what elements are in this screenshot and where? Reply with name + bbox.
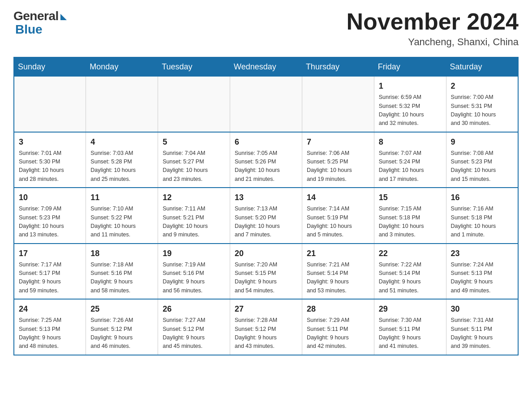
day-info: Sunrise: 7:00 AMSunset: 5:31 PMDaylight:… bbox=[451, 93, 513, 128]
day-number: 13 bbox=[235, 192, 297, 204]
day-info: Sunrise: 7:20 AMSunset: 5:15 PMDaylight:… bbox=[235, 261, 297, 295]
calendar-day-cell bbox=[302, 77, 374, 132]
day-number: 19 bbox=[163, 248, 225, 260]
calendar-day-cell: 12Sunrise: 7:11 AMSunset: 5:21 PMDayligh… bbox=[158, 188, 230, 244]
day-info: Sunrise: 7:22 AMSunset: 5:14 PMDaylight:… bbox=[379, 261, 442, 295]
day-number: 29 bbox=[379, 303, 442, 315]
weekday-header-thursday: Thursday bbox=[302, 57, 374, 77]
calendar-day-cell: 16Sunrise: 7:16 AMSunset: 5:18 PMDayligh… bbox=[446, 188, 518, 244]
calendar-day-cell: 2Sunrise: 7:00 AMSunset: 5:31 PMDaylight… bbox=[446, 77, 518, 132]
day-number: 28 bbox=[307, 303, 369, 315]
day-number: 6 bbox=[235, 136, 297, 148]
calendar-day-cell: 18Sunrise: 7:18 AMSunset: 5:16 PMDayligh… bbox=[86, 244, 158, 300]
calendar-day-cell: 24Sunrise: 7:25 AMSunset: 5:13 PMDayligh… bbox=[14, 299, 86, 355]
calendar-day-cell: 4Sunrise: 7:03 AMSunset: 5:28 PMDaylight… bbox=[86, 132, 158, 188]
calendar-week-row: 10Sunrise: 7:09 AMSunset: 5:23 PMDayligh… bbox=[14, 188, 518, 244]
calendar-day-cell: 11Sunrise: 7:10 AMSunset: 5:22 PMDayligh… bbox=[86, 188, 158, 244]
calendar-week-row: 24Sunrise: 7:25 AMSunset: 5:13 PMDayligh… bbox=[14, 299, 518, 355]
weekday-header-saturday: Saturday bbox=[446, 57, 518, 77]
calendar-day-cell: 8Sunrise: 7:07 AMSunset: 5:24 PMDaylight… bbox=[374, 132, 446, 188]
day-info: Sunrise: 7:01 AMSunset: 5:30 PMDaylight:… bbox=[19, 149, 81, 184]
logo: General Blue bbox=[13, 9, 67, 37]
day-info: Sunrise: 7:08 AMSunset: 5:23 PMDaylight:… bbox=[451, 149, 513, 184]
calendar-day-cell: 29Sunrise: 7:30 AMSunset: 5:11 PMDayligh… bbox=[374, 299, 446, 355]
day-info: Sunrise: 7:21 AMSunset: 5:14 PMDaylight:… bbox=[307, 261, 369, 295]
logo-arrow-icon bbox=[60, 14, 67, 20]
day-number: 14 bbox=[307, 192, 369, 204]
day-number: 18 bbox=[90, 248, 153, 260]
calendar-day-cell: 27Sunrise: 7:28 AMSunset: 5:12 PMDayligh… bbox=[230, 299, 302, 355]
calendar-day-cell: 30Sunrise: 7:31 AMSunset: 5:11 PMDayligh… bbox=[446, 299, 518, 355]
calendar-day-cell: 17Sunrise: 7:17 AMSunset: 5:17 PMDayligh… bbox=[14, 244, 86, 300]
day-number: 1 bbox=[379, 80, 442, 92]
day-number: 30 bbox=[451, 303, 513, 315]
month-title: November 2024 bbox=[347, 9, 519, 34]
calendar-day-cell bbox=[230, 77, 302, 132]
calendar-day-cell bbox=[158, 77, 230, 132]
day-info: Sunrise: 7:30 AMSunset: 5:11 PMDaylight:… bbox=[379, 316, 442, 351]
calendar-table: SundayMondayTuesdayWednesdayThursdayFrid… bbox=[13, 57, 519, 355]
calendar-day-cell: 13Sunrise: 7:13 AMSunset: 5:20 PMDayligh… bbox=[230, 188, 302, 244]
day-number: 4 bbox=[90, 136, 153, 148]
calendar-day-cell: 21Sunrise: 7:21 AMSunset: 5:14 PMDayligh… bbox=[302, 244, 374, 300]
day-info: Sunrise: 7:04 AMSunset: 5:27 PMDaylight:… bbox=[163, 149, 225, 184]
day-number: 9 bbox=[451, 136, 513, 148]
day-info: Sunrise: 7:24 AMSunset: 5:13 PMDaylight:… bbox=[451, 261, 513, 295]
day-info: Sunrise: 6:59 AMSunset: 5:32 PMDaylight:… bbox=[379, 93, 442, 128]
day-number: 5 bbox=[163, 136, 225, 148]
day-number: 15 bbox=[379, 192, 442, 204]
day-info: Sunrise: 7:31 AMSunset: 5:11 PMDaylight:… bbox=[451, 316, 513, 351]
weekday-header-sunday: Sunday bbox=[14, 57, 86, 77]
day-info: Sunrise: 7:14 AMSunset: 5:19 PMDaylight:… bbox=[307, 205, 369, 240]
day-number: 23 bbox=[451, 248, 513, 260]
day-number: 8 bbox=[379, 136, 442, 148]
day-info: Sunrise: 7:18 AMSunset: 5:16 PMDaylight:… bbox=[90, 261, 153, 295]
day-number: 10 bbox=[19, 192, 81, 204]
calendar-week-row: 1Sunrise: 6:59 AMSunset: 5:32 PMDaylight… bbox=[14, 77, 518, 132]
calendar-day-cell: 5Sunrise: 7:04 AMSunset: 5:27 PMDaylight… bbox=[158, 132, 230, 188]
calendar-day-cell: 7Sunrise: 7:06 AMSunset: 5:25 PMDaylight… bbox=[302, 132, 374, 188]
day-info: Sunrise: 7:13 AMSunset: 5:20 PMDaylight:… bbox=[235, 205, 297, 240]
calendar-day-cell: 20Sunrise: 7:20 AMSunset: 5:15 PMDayligh… bbox=[230, 244, 302, 300]
calendar-week-row: 3Sunrise: 7:01 AMSunset: 5:30 PMDaylight… bbox=[14, 132, 518, 188]
day-number: 3 bbox=[19, 136, 81, 148]
calendar-day-cell: 22Sunrise: 7:22 AMSunset: 5:14 PMDayligh… bbox=[374, 244, 446, 300]
day-info: Sunrise: 7:29 AMSunset: 5:11 PMDaylight:… bbox=[307, 316, 369, 351]
day-number: 7 bbox=[307, 136, 369, 148]
day-info: Sunrise: 7:11 AMSunset: 5:21 PMDaylight:… bbox=[163, 205, 225, 240]
day-info: Sunrise: 7:16 AMSunset: 5:18 PMDaylight:… bbox=[451, 205, 513, 240]
day-number: 24 bbox=[19, 303, 81, 315]
weekday-header-monday: Monday bbox=[86, 57, 158, 77]
day-info: Sunrise: 7:28 AMSunset: 5:12 PMDaylight:… bbox=[235, 316, 297, 351]
calendar-day-cell bbox=[14, 77, 86, 132]
day-number: 17 bbox=[19, 248, 81, 260]
header-title-block: November 2024 Yancheng, Shanxi, China bbox=[347, 9, 519, 48]
calendar-day-cell: 23Sunrise: 7:24 AMSunset: 5:13 PMDayligh… bbox=[446, 244, 518, 300]
calendar-week-row: 17Sunrise: 7:17 AMSunset: 5:17 PMDayligh… bbox=[14, 244, 518, 300]
day-number: 2 bbox=[451, 80, 513, 92]
location-subtitle: Yancheng, Shanxi, China bbox=[347, 36, 519, 48]
day-number: 11 bbox=[90, 192, 153, 204]
day-info: Sunrise: 7:27 AMSunset: 5:12 PMDaylight:… bbox=[163, 316, 225, 351]
weekday-header-wednesday: Wednesday bbox=[230, 57, 302, 77]
day-number: 22 bbox=[379, 248, 442, 260]
day-number: 16 bbox=[451, 192, 513, 204]
day-number: 25 bbox=[90, 303, 153, 315]
calendar-day-cell: 15Sunrise: 7:15 AMSunset: 5:18 PMDayligh… bbox=[374, 188, 446, 244]
day-info: Sunrise: 7:17 AMSunset: 5:17 PMDaylight:… bbox=[19, 261, 81, 295]
weekday-header-row: SundayMondayTuesdayWednesdayThursdayFrid… bbox=[14, 57, 518, 77]
day-number: 21 bbox=[307, 248, 369, 260]
calendar-day-cell: 9Sunrise: 7:08 AMSunset: 5:23 PMDaylight… bbox=[446, 132, 518, 188]
day-number: 27 bbox=[235, 303, 297, 315]
day-info: Sunrise: 7:05 AMSunset: 5:26 PMDaylight:… bbox=[235, 149, 297, 184]
weekday-header-tuesday: Tuesday bbox=[158, 57, 230, 77]
calendar-day-cell: 28Sunrise: 7:29 AMSunset: 5:11 PMDayligh… bbox=[302, 299, 374, 355]
day-info: Sunrise: 7:10 AMSunset: 5:22 PMDaylight:… bbox=[90, 205, 153, 240]
day-info: Sunrise: 7:06 AMSunset: 5:25 PMDaylight:… bbox=[307, 149, 369, 184]
day-number: 20 bbox=[235, 248, 297, 260]
weekday-header-friday: Friday bbox=[374, 57, 446, 77]
day-info: Sunrise: 7:09 AMSunset: 5:23 PMDaylight:… bbox=[19, 205, 81, 240]
day-info: Sunrise: 7:25 AMSunset: 5:13 PMDaylight:… bbox=[19, 316, 81, 351]
calendar-day-cell: 26Sunrise: 7:27 AMSunset: 5:12 PMDayligh… bbox=[158, 299, 230, 355]
day-number: 12 bbox=[163, 192, 225, 204]
